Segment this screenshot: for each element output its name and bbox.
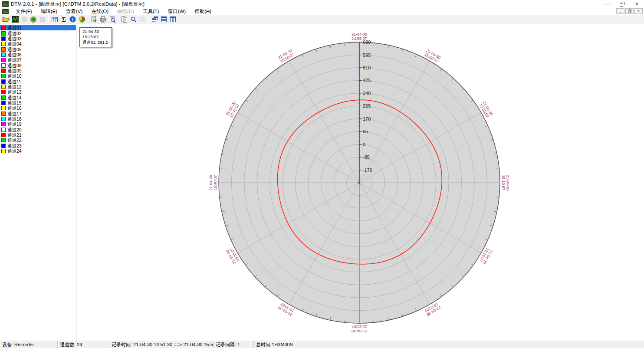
- record-active-icon: [30, 16, 37, 23]
- pie-chart-button[interactable]: [77, 15, 86, 23]
- tile-horizontal-button[interactable]: [159, 15, 168, 23]
- zoom-button[interactable]: [129, 15, 138, 23]
- zoom-disabled-button: [138, 15, 147, 23]
- channel-color-swatch: [1, 117, 6, 121]
- channel-color-swatch: [1, 106, 6, 110]
- title-bar: DTM 2.0.1 - [圆盘显示] [C:\DTM 2.0.2\RealDat…: [0, 0, 644, 8]
- curve-view-button[interactable]: [10, 15, 20, 23]
- channel-label: 通道10: [7, 73, 22, 79]
- tooltip-value: 通道01: 291.2: [82, 40, 108, 45]
- toolbar-separator: [88, 16, 88, 23]
- menu-6[interactable]: 工具(T): [138, 9, 164, 14]
- tile-vertical-button[interactable]: [168, 15, 177, 23]
- channel-item-通道16[interactable]: 通道16: [0, 105, 76, 111]
- status-section-empty: [310, 341, 644, 348]
- channel-item-通道11[interactable]: 通道11: [0, 79, 76, 84]
- channel-color-swatch: [1, 26, 6, 30]
- export-icon: [91, 16, 97, 23]
- channel-item-通道10[interactable]: 通道10: [0, 73, 76, 79]
- channel-item-通道12[interactable]: 通道12: [0, 84, 76, 89]
- channel-item-通道15[interactable]: 通道15: [0, 100, 76, 105]
- channel-item-通道03[interactable]: 通道03: [0, 36, 76, 41]
- channel-color-swatch: [1, 133, 6, 137]
- channel-color-swatch: [1, 63, 6, 68]
- menu-items: 文件(F)编辑(E)查看(V)在线(O)曲线(C)工具(T)窗口(W)帮助(H): [11, 8, 216, 15]
- polar-chart[interactable]: 680595510425340255170850-85-17021-04-301…: [76, 24, 644, 341]
- channel-label: 通道14: [7, 95, 22, 100]
- channel-label: 通道16: [7, 105, 22, 111]
- channel-label: 通道18: [7, 116, 22, 121]
- toolbar-separator: [148, 16, 149, 23]
- menu-7[interactable]: 窗口(W): [164, 9, 191, 14]
- channel-item-通道04[interactable]: 通道04: [0, 41, 76, 46]
- channel-color-swatch: [1, 47, 6, 52]
- channel-item-通道17[interactable]: 通道17: [0, 111, 76, 116]
- channel-item-通道20[interactable]: 通道20: [0, 127, 76, 132]
- tooltip-time: 15:25:07: [82, 34, 108, 39]
- svg-text:255: 255: [363, 103, 371, 108]
- cascade-windows-button[interactable]: [150, 15, 159, 23]
- minimize-button[interactable]: —: [600, 0, 614, 8]
- mdi-restore-icon: [628, 10, 631, 13]
- svg-text:85: 85: [363, 129, 368, 134]
- channel-item-通道22[interactable]: 通道22: [0, 138, 76, 143]
- svg-text:-85: -85: [363, 154, 370, 160]
- channel-label: 通道01: [7, 25, 22, 30]
- mdi-minimize-button[interactable]: _: [616, 8, 624, 14]
- data-table-button[interactable]: [50, 15, 59, 23]
- svg-text:425: 425: [363, 78, 371, 83]
- copy-button[interactable]: [120, 15, 129, 23]
- channel-color-swatch: [1, 85, 6, 89]
- channel-item-通道19[interactable]: 通道19: [0, 121, 76, 127]
- open-file-button[interactable]: [1, 15, 10, 23]
- channel-item-通道08[interactable]: 通道08: [0, 62, 76, 68]
- channel-color-swatch: [1, 79, 6, 84]
- copy-icon: [121, 16, 128, 23]
- mdi-restore-button[interactable]: [625, 8, 634, 14]
- pie-chart-icon: [79, 16, 85, 23]
- channel-label: 通道02: [7, 31, 22, 36]
- close-button[interactable]: ×: [629, 0, 644, 8]
- channel-color-swatch: [1, 31, 6, 36]
- channel-color-swatch: [1, 69, 6, 73]
- channel-item-通道21[interactable]: 通道21: [0, 132, 76, 138]
- channel-item-通道02[interactable]: 通道02: [0, 30, 76, 36]
- channel-item-通道24[interactable]: 通道24: [0, 148, 76, 154]
- menu-1[interactable]: 文件(F): [11, 9, 36, 14]
- channel-label: 通道17: [7, 111, 22, 116]
- channel-label: 通道21: [7, 132, 22, 138]
- channel-item-通道06[interactable]: 通道06: [0, 52, 76, 57]
- menu-4[interactable]: 在线(O): [87, 9, 113, 14]
- channel-item-通道18[interactable]: 通道18: [0, 116, 76, 121]
- print-preview-button[interactable]: [108, 15, 117, 23]
- channel-item-通道14[interactable]: 通道14: [0, 95, 76, 100]
- channel-color-swatch: [1, 144, 6, 148]
- channel-item-通道01[interactable]: 通道01: [0, 25, 76, 30]
- menu-8[interactable]: 帮助(H): [190, 9, 216, 14]
- stop-icon: [39, 16, 46, 23]
- channel-item-通道05[interactable]: 通道05: [0, 46, 76, 52]
- channel-color-swatch: [1, 74, 6, 78]
- mdi-close-button[interactable]: ×: [634, 8, 643, 14]
- export-button[interactable]: [89, 15, 99, 23]
- info-icon: i: [69, 16, 76, 23]
- info-button[interactable]: i: [68, 15, 77, 23]
- status-section-3: 记录时间: 21-04-30 14:51:30 ==> 21-04-30 15:…: [109, 341, 214, 348]
- record-active-button[interactable]: [29, 15, 38, 23]
- menu-3[interactable]: 查看(V): [62, 9, 87, 14]
- toolbar-separator: [118, 16, 118, 23]
- channel-item-通道13[interactable]: 通道13: [0, 89, 76, 95]
- menu-bar: 文件(F)编辑(E)查看(V)在线(O)曲线(C)工具(T)窗口(W)帮助(H)…: [0, 8, 644, 15]
- channel-label: 通道08: [7, 63, 22, 68]
- print-button[interactable]: [99, 15, 108, 23]
- main-area: 通道01通道02通道03通道04通道05通道06通道07通道08通道09通道10…: [0, 24, 644, 341]
- channel-item-通道23[interactable]: 通道23: [0, 143, 76, 148]
- channel-item-通道09[interactable]: 通道09: [0, 68, 76, 73]
- status-bar: 设备: Recorder通道数: 24记录时间: 21-04-30 14:51:…: [0, 341, 644, 348]
- channel-label: 通道20: [7, 127, 22, 132]
- statistics-sigma-button[interactable]: Σ: [59, 15, 68, 23]
- record-idle-button: [20, 15, 29, 23]
- channel-item-通道07[interactable]: 通道07: [0, 57, 76, 62]
- menu-2[interactable]: 编辑(E): [36, 9, 62, 14]
- restore-button[interactable]: [614, 0, 629, 8]
